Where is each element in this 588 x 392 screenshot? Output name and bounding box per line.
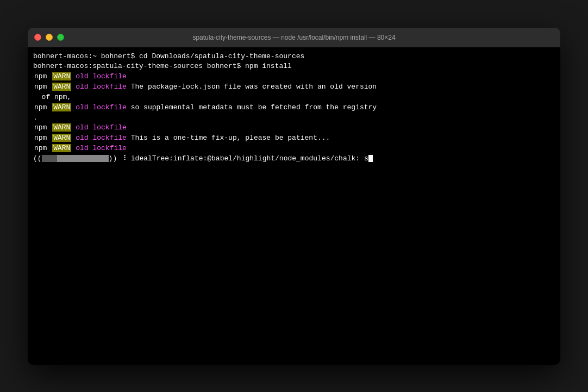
terminal-line: of npm, — [33, 92, 555, 103]
warn-badge: WARN — [52, 103, 71, 111]
window-title: spatula-city-theme-sources — node /usr/l… — [192, 34, 395, 41]
terminal-progress-line: (()) ⠸ idealTree:inflate:@babel/highligh… — [33, 154, 555, 164]
terminal-line: bohnert-macos:~ bohnert$ cd Downloads/sp… — [33, 52, 555, 62]
terminal-window: spatula-city-theme-sources — node /usr/l… — [28, 28, 560, 365]
terminal-line: npm WARN old lockfile — [33, 123, 555, 133]
progress-empty-bar — [42, 155, 57, 162]
maximize-button[interactable] — [57, 34, 64, 41]
terminal-line: bohnert-macos:spatula-city-theme-sources… — [33, 61, 555, 72]
terminal-line: npm WARN old lockfile This is a one-time… — [33, 133, 555, 144]
progress-filled-bar — [57, 155, 109, 162]
minimize-button[interactable] — [46, 34, 53, 41]
warn-badge: WARN — [52, 134, 71, 142]
warn-badge: WARN — [52, 83, 71, 91]
npm-badge: npm — [33, 103, 48, 111]
terminal-line: npm WARN old lockfile The package-lock.j… — [33, 82, 555, 92]
title-bar: spatula-city-theme-sources — node /usr/l… — [28, 28, 560, 47]
warn-text: old lockfile — [76, 72, 127, 80]
warn-text: old lockfile — [76, 103, 127, 111]
progress-open: (( — [33, 154, 42, 163]
close-button[interactable] — [34, 34, 41, 41]
terminal-body[interactable]: bohnert-macos:~ bohnert$ cd Downloads/sp… — [28, 47, 560, 365]
terminal-line: npm WARN old lockfile so supplemental me… — [33, 103, 555, 113]
npm-badge: npm — [33, 72, 48, 80]
terminal-line: . — [33, 113, 555, 123]
npm-badge: npm — [33, 144, 48, 152]
npm-badge: npm — [33, 83, 48, 91]
progress-close: )) — [109, 154, 117, 163]
cursor — [368, 155, 373, 162]
terminal-line: npm WARN old lockfile — [33, 144, 555, 154]
warn-text: old lockfile — [76, 134, 127, 142]
warn-text: old lockfile — [76, 144, 127, 152]
npm-badge: npm — [33, 134, 48, 142]
warn-badge: WARN — [52, 72, 71, 80]
npm-badge: npm — [33, 123, 48, 132]
terminal-line: npm WARN old lockfile — [33, 72, 555, 82]
warn-text: old lockfile — [76, 123, 127, 132]
warn-text: old lockfile — [76, 83, 127, 91]
warn-badge: WARN — [52, 123, 71, 132]
warn-badge: WARN — [52, 144, 71, 152]
